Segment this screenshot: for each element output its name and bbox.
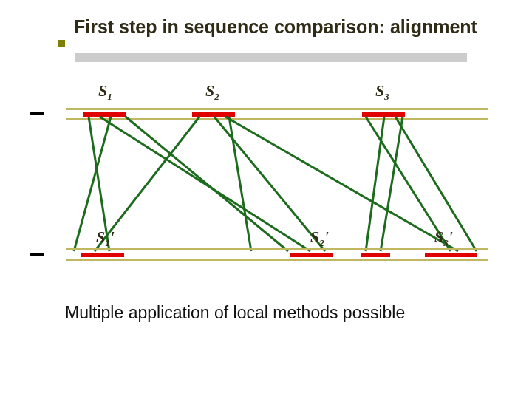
seg-s3p-a <box>361 253 390 257</box>
svg-line-7 <box>225 117 458 251</box>
seg-s3p-b <box>425 253 477 257</box>
bullet-icon <box>58 40 65 47</box>
bottom-rail-2 <box>66 259 488 261</box>
title-shadow <box>75 53 467 62</box>
footer-text: Multiple application of local methods po… <box>65 303 405 323</box>
page-title: First step in sequence comparison: align… <box>74 16 477 38</box>
seg-s1p <box>81 253 124 257</box>
svg-line-5 <box>214 117 325 251</box>
svg-line-9 <box>366 117 384 251</box>
bottom-rail <box>66 248 488 250</box>
svg-line-10 <box>381 117 403 251</box>
svg-line-6 <box>229 117 251 251</box>
label-s2p: S2' <box>310 228 329 249</box>
alignment-diagram: S1 S2 S3 S1' S2' S3' <box>30 81 502 273</box>
svg-line-3 <box>100 117 310 251</box>
label-s3p: S3' <box>434 228 453 249</box>
label-s1p: S1' <box>96 228 115 249</box>
seg-s2p <box>290 253 332 257</box>
